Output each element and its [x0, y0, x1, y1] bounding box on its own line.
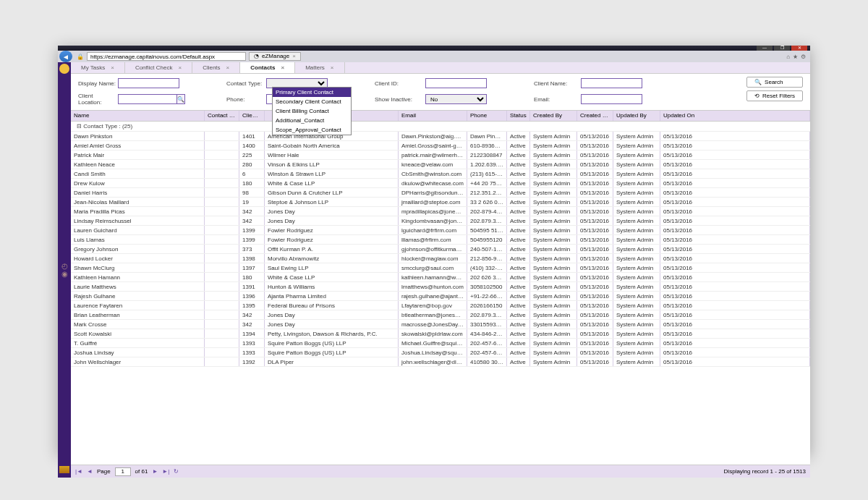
- cell-status: Active: [507, 198, 530, 206]
- email-input[interactable]: [581, 94, 642, 104]
- client-name-input[interactable]: [581, 78, 642, 88]
- group-row[interactable]: ⊟ Contact Type : (25): [71, 122, 810, 132]
- close-icon[interactable]: ×: [111, 64, 114, 71]
- table-row[interactable]: Amiel Amiel Gross1400Saint-Gobain North …: [71, 141, 810, 151]
- table-row[interactable]: Lauren Guichard1399Fowler Rodriguezlguic…: [71, 226, 810, 235]
- cell-contact-type: [205, 282, 239, 291]
- prev-page-icon[interactable]: ◄: [87, 468, 93, 475]
- col-phone[interactable]: Phone: [467, 111, 507, 121]
- cell-phone: 410580 3000: [467, 357, 507, 366]
- table-row[interactable]: Jean-Nicolas Maillard19Steptoe & Johnson…: [71, 198, 810, 207]
- table-row[interactable]: Patrick Mair225Wilmer Halepatrick.mair@w…: [71, 151, 810, 160]
- tab-conflict-check[interactable]: Conflict Check×: [125, 62, 192, 73]
- table-row[interactable]: Luis Llamas1399Fowler Rodriguezlllamas@f…: [71, 235, 810, 245]
- close-icon[interactable]: ×: [331, 64, 334, 71]
- cell-created-by: System Admin: [530, 198, 577, 206]
- client-location-label: Client Location:: [78, 93, 118, 106]
- table-row[interactable]: Howard Locker1398Morvillo Abramowitzhloc…: [71, 254, 810, 263]
- col-updated-by[interactable]: Updated By: [613, 111, 660, 121]
- rail-circle-icon[interactable]: ◉: [61, 270, 68, 278]
- col-status[interactable]: Status: [507, 111, 530, 121]
- next-page-icon[interactable]: ►: [152, 468, 158, 475]
- client-location-input[interactable]: [118, 94, 179, 104]
- page-input[interactable]: [115, 467, 131, 476]
- refresh-icon[interactable]: ↻: [174, 468, 179, 475]
- rail-clock-icon[interactable]: ◴: [61, 262, 68, 270]
- table-row[interactable]: John Wellschlager1392DLA Piperjohn.wells…: [71, 357, 810, 367]
- page-label: Page: [97, 468, 111, 475]
- table-row[interactable]: Laurence Faytaren1395Federal Bureau of P…: [71, 301, 810, 310]
- cell-updated-on: 05/13/2016: [660, 320, 810, 329]
- col-name[interactable]: Name: [71, 111, 205, 121]
- back-button[interactable]: ◄: [59, 51, 72, 62]
- table-row[interactable]: Joshua Lindsay1393Squire Patton Boggs (U…: [71, 348, 810, 357]
- dropdown-option[interactable]: Primary Client Contact: [273, 88, 351, 97]
- reset-filters-button[interactable]: ⟲Reset Filters: [746, 90, 803, 101]
- table-row[interactable]: Candi Smith6Winston & Strawn LLPCbSmith@…: [71, 169, 810, 179]
- browser-tab[interactable]: ◔ eZManage ×: [249, 52, 301, 61]
- close-icon[interactable]: ×: [226, 64, 230, 71]
- cell-created-by: System Admin: [530, 254, 577, 263]
- tab-clients[interactable]: Clients×: [192, 62, 240, 73]
- client-id-label: Client ID:: [375, 80, 425, 87]
- table-row[interactable]: Mark Crosse342Jones Daymacrosse@JonesDay…: [71, 320, 810, 329]
- cell-created-on: 05/13/2016: [577, 151, 613, 159]
- client-id-input[interactable]: [425, 78, 487, 88]
- url-field[interactable]: https://ezmanage.capitalnovus.com/Defaul…: [87, 52, 246, 61]
- cell-client-id: 1399: [239, 226, 265, 234]
- close-tab-icon[interactable]: ×: [292, 53, 296, 60]
- cell-updated-on: 05/13/2016: [660, 141, 810, 150]
- location-search-icon[interactable]: 🔍: [176, 94, 185, 104]
- last-page-icon[interactable]: ►|: [162, 468, 169, 475]
- col-updated-on[interactable]: Updated On: [660, 111, 810, 121]
- table-row[interactable]: Laurie Matthews1391Hunton & Williamslmat…: [71, 282, 810, 292]
- table-row[interactable]: Dawn Pinkston1401American International …: [71, 132, 810, 141]
- cell-contact-type: [205, 357, 239, 366]
- tab-my-tasks[interactable]: My Tasks×: [71, 62, 125, 73]
- col-client-id[interactable]: Client ID: [239, 111, 265, 121]
- col-created-by[interactable]: Created By: [530, 111, 577, 121]
- grid-body[interactable]: Dawn Pinkston1401American International …: [71, 132, 810, 465]
- table-row[interactable]: Scott Kowalski1394Petty, Livingston, Daw…: [71, 329, 810, 339]
- dropdown-option[interactable]: Scope_Approval_Contact: [273, 125, 351, 135]
- table-row[interactable]: T. Guiffré1393Squire Patton Boggs (US) L…: [71, 339, 810, 348]
- display-name-input[interactable]: [118, 78, 179, 88]
- table-row[interactable]: Rajesh Gulhane1396Ajanta Pharma Limitedr…: [71, 292, 810, 301]
- first-page-icon[interactable]: |◄: [75, 468, 82, 475]
- table-row[interactable]: Brian Leatherman342Jones Daybtleatherman…: [71, 310, 810, 320]
- table-row[interactable]: Maria Pradilla Picas342Jones Daympradill…: [71, 207, 810, 216]
- minimize-button[interactable]: —: [757, 46, 773, 51]
- search-button[interactable]: 🔍Search: [746, 77, 803, 88]
- col-contact-type[interactable]: Contact Type: [205, 111, 239, 121]
- maximize-button[interactable]: ❐: [774, 46, 790, 51]
- dropdown-option[interactable]: Additional_Contact: [273, 116, 351, 125]
- table-row[interactable]: Kathleen Neace280Vinson & Elkins LLPknea…: [71, 160, 810, 169]
- col-created-on[interactable]: Created On: [577, 111, 613, 121]
- close-icon[interactable]: ×: [281, 64, 284, 71]
- tab-contacts[interactable]: Contacts×: [240, 62, 295, 73]
- show-inactive-select[interactable]: No: [425, 94, 487, 104]
- cell-created-on: 05/13/2016: [577, 301, 613, 310]
- table-row[interactable]: Kathleen Hamann180White & Case LLPkathle…: [71, 273, 810, 282]
- cell-created-by: System Admin: [530, 292, 577, 300]
- table-row[interactable]: Lindsay Reimschussel342Jones DayKingdomb…: [71, 216, 810, 226]
- rail-logo-icon[interactable]: [59, 64, 69, 74]
- cell-created-by: System Admin: [530, 141, 577, 150]
- table-row[interactable]: Gregory Johnson373Offit Kurman P. A.gjoh…: [71, 245, 810, 254]
- tab-matters[interactable]: Matters×: [295, 62, 344, 73]
- cell-name: Daniel Harris: [71, 188, 205, 197]
- favorite-icon[interactable]: ★: [793, 54, 798, 60]
- cell-created-on: 05/13/2016: [577, 254, 613, 263]
- rail-bottom-icon[interactable]: [59, 466, 69, 473]
- table-row[interactable]: Shawn McClurg1397Saul Ewing LLPsmcclurg@…: [71, 263, 810, 273]
- dropdown-option[interactable]: Client Billing Contact: [273, 106, 351, 116]
- close-icon[interactable]: ×: [178, 64, 182, 71]
- col-email[interactable]: Email: [399, 111, 467, 121]
- home-icon[interactable]: ⌂: [786, 54, 790, 60]
- dropdown-option[interactable]: Secondary Client Contact: [273, 97, 351, 106]
- table-row[interactable]: Drew Kulow180White & Case LLPdkulow@whit…: [71, 179, 810, 188]
- table-row[interactable]: Daniel Harris98Gibson Dunn & Crutcher LL…: [71, 188, 810, 198]
- close-button[interactable]: ✕: [791, 46, 807, 51]
- settings-icon[interactable]: ⚙: [801, 54, 806, 60]
- cell-phone: 33 2 626 0494: [467, 198, 507, 206]
